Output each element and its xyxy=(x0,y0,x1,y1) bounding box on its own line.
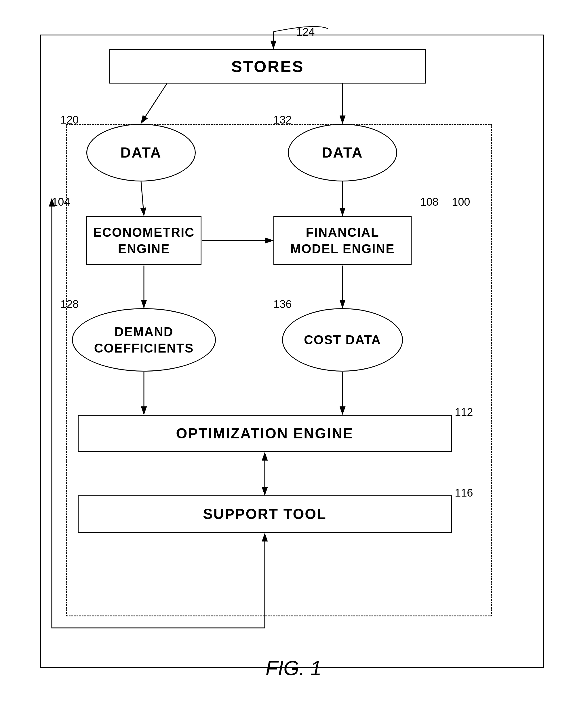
demand-label: DEMANDCOEFFICIENTS xyxy=(94,323,194,356)
optimization-box: OPTIMIZATION ENGINE xyxy=(78,415,452,452)
cost-ellipse: COST DATA xyxy=(282,308,403,371)
data-right-ellipse: DATA xyxy=(288,124,397,181)
stores-label: STORES xyxy=(231,57,304,76)
econometric-box: ECONOMETRICENGINE xyxy=(86,216,202,265)
econometric-label: ECONOMETRICENGINE xyxy=(93,224,194,257)
ref-120: 120 xyxy=(60,114,79,126)
ref-104: 104 xyxy=(52,196,70,208)
ref-132: 132 xyxy=(273,114,292,126)
optimization-label: OPTIMIZATION ENGINE xyxy=(176,425,353,442)
demand-ellipse: DEMANDCOEFFICIENTS xyxy=(72,308,216,371)
data-right-label: DATA xyxy=(322,144,363,161)
support-label: SUPPORT TOOL xyxy=(203,506,327,523)
financial-label: FINANCIALMODEL ENGINE xyxy=(290,224,395,257)
stores-box: STORES xyxy=(109,49,426,83)
cost-label: COST DATA xyxy=(304,331,381,348)
ref-116: 116 xyxy=(455,487,473,499)
figure-title-text: FIG. 1 xyxy=(266,657,321,679)
ref-100: 100 xyxy=(452,196,470,208)
figure-label: FIG. 1 xyxy=(266,657,321,680)
ref-108: 108 xyxy=(420,196,438,208)
data-left-ellipse: DATA xyxy=(86,124,196,181)
ref-124: 124 xyxy=(296,26,315,38)
ref-112: 112 xyxy=(455,406,473,419)
ref-136: 136 xyxy=(273,298,292,310)
support-box: SUPPORT TOOL xyxy=(78,495,452,533)
financial-box: FINANCIALMODEL ENGINE xyxy=(273,216,412,265)
ref-128: 128 xyxy=(60,298,79,310)
data-left-label: DATA xyxy=(120,144,162,161)
